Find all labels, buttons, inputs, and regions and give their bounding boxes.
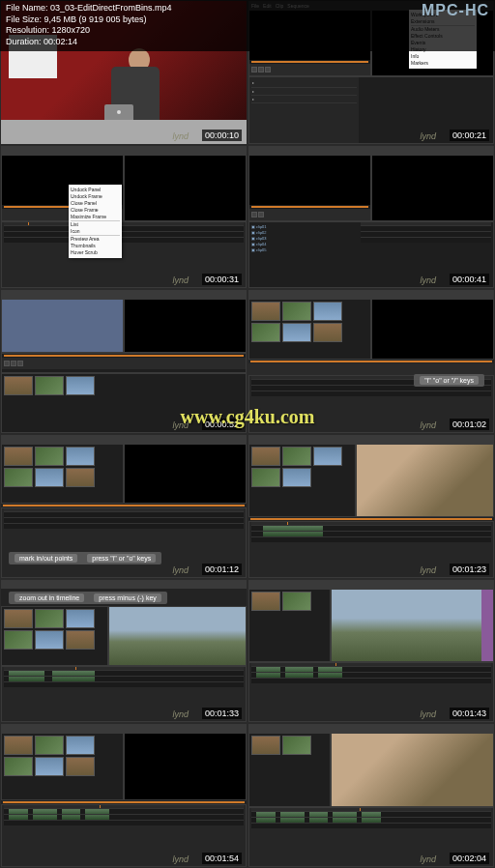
thumb-cell-12[interactable]: lynd 00:02:04 bbox=[248, 723, 495, 868]
timestamp: 00:02:04 bbox=[450, 853, 489, 864]
thumb-cell-11[interactable]: lynd 00:01:54 bbox=[0, 723, 248, 868]
lynda-watermark: lynd bbox=[172, 420, 189, 430]
panel-context-menu: Undock Panel Undock Frame Close Panel Cl… bbox=[69, 185, 122, 258]
lynda-watermark: lynd bbox=[420, 420, 436, 430]
lynda-watermark: lynd bbox=[420, 854, 436, 864]
timestamp: 00:01:12 bbox=[202, 564, 242, 575]
timestamp: 00:01:02 bbox=[450, 419, 489, 430]
keyboard-tip: zoom out in timeline press minus (-) key bbox=[9, 592, 167, 604]
timestamp: 00:00:21 bbox=[450, 130, 489, 141]
lynda-watermark: lynd bbox=[172, 131, 189, 141]
lynda-watermark: lynd bbox=[420, 131, 436, 141]
lynda-watermark: lynd bbox=[172, 565, 189, 575]
timestamp: 00:00:31 bbox=[202, 274, 242, 285]
timestamp: 00:00:52 bbox=[202, 419, 242, 430]
timestamp: 00:01:54 bbox=[202, 853, 242, 864]
keyboard-tip: "i" "o" or "/" keys bbox=[414, 374, 484, 387]
thumbnail-grid: lynd 00:00:10 FileEditClipSequence ▸ bbox=[0, 0, 495, 868]
lynda-watermark: lynd bbox=[172, 709, 189, 719]
thumb-cell-6[interactable]: "i" "o" or "/" keys lynd 00:01:02 bbox=[248, 289, 495, 434]
thumb-cell-3[interactable]: Undock Panel Undock Frame Close Panel Cl… bbox=[0, 145, 248, 290]
timestamp: 00:01:23 bbox=[450, 564, 489, 575]
thumb-cell-9[interactable]: zoom out in timeline press minus (-) key… bbox=[0, 579, 248, 724]
thumb-cell-5[interactable]: lynd 00:00:52 bbox=[0, 289, 248, 434]
timestamp: 00:01:33 bbox=[202, 708, 242, 719]
lynda-watermark: lynd bbox=[172, 854, 189, 864]
thumb-cell-7[interactable]: mark in/out points press "i" or "o" keys… bbox=[0, 434, 248, 579]
timestamp: 00:00:41 bbox=[450, 274, 489, 285]
thumb-cell-4[interactable]: ▣ clip01▣ clip02▣ clip03▣ clip04▣ clip05… bbox=[248, 145, 495, 290]
keyboard-tip: mark in/out points press "i" or "o" keys bbox=[9, 552, 161, 564]
lynda-watermark: lynd bbox=[420, 275, 436, 285]
lynda-watermark: lynd bbox=[420, 709, 436, 719]
thumb-cell-8[interactable]: lynd 00:01:23 bbox=[248, 434, 495, 579]
thumb-cell-10[interactable]: lynd 00:01:43 bbox=[248, 579, 495, 724]
app-title: MPC-HC bbox=[422, 2, 489, 19]
lynda-watermark: lynd bbox=[172, 275, 189, 285]
lynda-watermark: lynd bbox=[420, 565, 436, 575]
timestamp: 00:00:10 bbox=[202, 130, 242, 141]
timestamp: 00:01:43 bbox=[450, 708, 489, 719]
